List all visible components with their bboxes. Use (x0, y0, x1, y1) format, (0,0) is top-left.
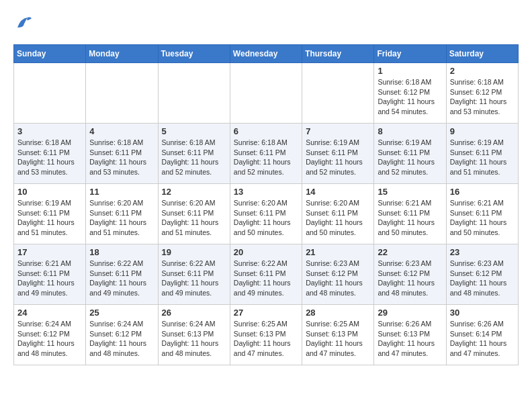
calendar-cell: 18Sunrise: 6:22 AM Sunset: 6:11 PM Dayli… (86, 244, 158, 305)
day-number: 15 (378, 187, 442, 197)
day-detail: Sunrise: 6:26 AM Sunset: 6:14 PM Dayligh… (450, 319, 515, 359)
day-number: 18 (89, 247, 154, 257)
day-number: 13 (234, 187, 298, 197)
calendar-cell: 11Sunrise: 6:20 AM Sunset: 6:11 PM Dayli… (86, 184, 158, 244)
day-detail: Sunrise: 6:23 AM Sunset: 6:12 PM Dayligh… (306, 259, 370, 298)
calendar-cell: 2Sunrise: 6:18 AM Sunset: 6:12 PM Daylig… (446, 63, 518, 124)
day-detail: Sunrise: 6:18 AM Sunset: 6:12 PM Dayligh… (450, 77, 515, 117)
weekday-header: Tuesday (158, 45, 230, 63)
day-number: 19 (162, 247, 226, 257)
calendar-cell: 6Sunrise: 6:18 AM Sunset: 6:11 PM Daylig… (230, 124, 302, 184)
calendar-week-row: 1Sunrise: 6:18 AM Sunset: 6:12 PM Daylig… (14, 63, 519, 124)
day-number: 11 (89, 187, 154, 197)
calendar-cell: 21Sunrise: 6:23 AM Sunset: 6:12 PM Dayli… (302, 244, 374, 305)
calendar-cell: 4Sunrise: 6:18 AM Sunset: 6:11 PM Daylig… (86, 124, 158, 184)
calendar-cell (158, 63, 230, 124)
calendar-cell: 16Sunrise: 6:21 AM Sunset: 6:11 PM Dayli… (446, 184, 518, 244)
day-number: 6 (234, 126, 298, 136)
day-number: 27 (234, 308, 298, 318)
calendar-cell: 5Sunrise: 6:18 AM Sunset: 6:11 PM Daylig… (158, 124, 230, 184)
day-detail: Sunrise: 6:21 AM Sunset: 6:11 PM Dayligh… (17, 259, 82, 298)
calendar-cell (86, 63, 158, 124)
weekday-header-row: SundayMondayTuesdayWednesdayThursdayFrid… (14, 45, 519, 63)
day-number: 4 (89, 126, 154, 136)
day-number: 17 (17, 247, 82, 257)
day-number: 25 (89, 308, 154, 318)
day-detail: Sunrise: 6:24 AM Sunset: 6:13 PM Dayligh… (162, 319, 226, 359)
day-number: 10 (17, 187, 82, 197)
calendar-week-row: 3Sunrise: 6:18 AM Sunset: 6:11 PM Daylig… (14, 124, 519, 184)
day-detail: Sunrise: 6:18 AM Sunset: 6:11 PM Dayligh… (89, 138, 154, 177)
day-detail: Sunrise: 6:24 AM Sunset: 6:12 PM Dayligh… (89, 319, 154, 359)
weekday-header: Friday (374, 45, 446, 63)
day-number: 1 (378, 66, 442, 76)
day-number: 29 (378, 308, 442, 318)
logo-icon (13, 13, 34, 34)
calendar-cell: 29Sunrise: 6:26 AM Sunset: 6:13 PM Dayli… (374, 305, 446, 365)
day-detail: Sunrise: 6:19 AM Sunset: 6:11 PM Dayligh… (17, 198, 82, 238)
day-number: 23 (450, 247, 515, 257)
calendar-cell: 26Sunrise: 6:24 AM Sunset: 6:13 PM Dayli… (158, 305, 230, 365)
calendar-cell: 7Sunrise: 6:19 AM Sunset: 6:11 PM Daylig… (302, 124, 374, 184)
calendar-cell: 8Sunrise: 6:19 AM Sunset: 6:11 PM Daylig… (374, 124, 446, 184)
day-number: 16 (450, 187, 515, 197)
day-detail: Sunrise: 6:23 AM Sunset: 6:12 PM Dayligh… (450, 259, 515, 298)
day-number: 2 (450, 66, 515, 76)
calendar-body: 1Sunrise: 6:18 AM Sunset: 6:12 PM Daylig… (14, 63, 519, 365)
calendar-week-row: 24Sunrise: 6:24 AM Sunset: 6:12 PM Dayli… (14, 305, 519, 365)
day-number: 30 (450, 308, 515, 318)
calendar-cell: 27Sunrise: 6:25 AM Sunset: 6:13 PM Dayli… (230, 305, 302, 365)
calendar-cell: 17Sunrise: 6:21 AM Sunset: 6:11 PM Dayli… (14, 244, 86, 305)
calendar-cell: 10Sunrise: 6:19 AM Sunset: 6:11 PM Dayli… (14, 184, 86, 244)
day-number: 21 (306, 247, 370, 257)
day-number: 22 (378, 247, 442, 257)
calendar-cell: 13Sunrise: 6:20 AM Sunset: 6:11 PM Dayli… (230, 184, 302, 244)
day-number: 7 (306, 126, 370, 136)
day-detail: Sunrise: 6:21 AM Sunset: 6:11 PM Dayligh… (378, 198, 442, 238)
calendar-header: SundayMondayTuesdayWednesdayThursdayFrid… (14, 45, 519, 63)
page-header (13, 13, 519, 34)
day-detail: Sunrise: 6:20 AM Sunset: 6:11 PM Dayligh… (162, 198, 226, 238)
day-detail: Sunrise: 6:18 AM Sunset: 6:11 PM Dayligh… (162, 138, 226, 177)
day-detail: Sunrise: 6:24 AM Sunset: 6:12 PM Dayligh… (17, 319, 82, 359)
calendar-cell: 20Sunrise: 6:22 AM Sunset: 6:11 PM Dayli… (230, 244, 302, 305)
weekday-header: Thursday (302, 45, 374, 63)
logo (13, 13, 36, 34)
calendar-cell: 9Sunrise: 6:19 AM Sunset: 6:11 PM Daylig… (446, 124, 518, 184)
calendar-cell: 28Sunrise: 6:25 AM Sunset: 6:13 PM Dayli… (302, 305, 374, 365)
calendar-cell: 19Sunrise: 6:22 AM Sunset: 6:11 PM Dayli… (158, 244, 230, 305)
day-number: 3 (17, 126, 82, 136)
calendar-cell: 14Sunrise: 6:20 AM Sunset: 6:11 PM Dayli… (302, 184, 374, 244)
calendar-cell: 15Sunrise: 6:21 AM Sunset: 6:11 PM Dayli… (374, 184, 446, 244)
day-detail: Sunrise: 6:25 AM Sunset: 6:13 PM Dayligh… (306, 319, 370, 359)
calendar-cell (302, 63, 374, 124)
weekday-header: Sunday (14, 45, 86, 63)
calendar-week-row: 10Sunrise: 6:19 AM Sunset: 6:11 PM Dayli… (14, 184, 519, 244)
day-number: 9 (450, 126, 515, 136)
calendar: SundayMondayTuesdayWednesdayThursdayFrid… (13, 44, 519, 365)
day-detail: Sunrise: 6:19 AM Sunset: 6:11 PM Dayligh… (378, 138, 442, 177)
calendar-cell: 30Sunrise: 6:26 AM Sunset: 6:14 PM Dayli… (446, 305, 518, 365)
day-number: 28 (306, 308, 370, 318)
day-number: 5 (162, 126, 226, 136)
weekday-header: Wednesday (230, 45, 302, 63)
day-number: 8 (378, 126, 442, 136)
day-number: 24 (17, 308, 82, 318)
day-detail: Sunrise: 6:21 AM Sunset: 6:11 PM Dayligh… (450, 198, 515, 238)
weekday-header: Monday (86, 45, 158, 63)
day-number: 14 (306, 187, 370, 197)
day-detail: Sunrise: 6:19 AM Sunset: 6:11 PM Dayligh… (306, 138, 370, 177)
calendar-week-row: 17Sunrise: 6:21 AM Sunset: 6:11 PM Dayli… (14, 244, 519, 305)
calendar-cell: 25Sunrise: 6:24 AM Sunset: 6:12 PM Dayli… (86, 305, 158, 365)
calendar-cell: 23Sunrise: 6:23 AM Sunset: 6:12 PM Dayli… (446, 244, 518, 305)
calendar-cell: 24Sunrise: 6:24 AM Sunset: 6:12 PM Dayli… (14, 305, 86, 365)
weekday-header: Saturday (446, 45, 518, 63)
day-detail: Sunrise: 6:20 AM Sunset: 6:11 PM Dayligh… (306, 198, 370, 238)
day-detail: Sunrise: 6:23 AM Sunset: 6:12 PM Dayligh… (378, 259, 442, 298)
day-detail: Sunrise: 6:22 AM Sunset: 6:11 PM Dayligh… (162, 259, 226, 298)
day-detail: Sunrise: 6:25 AM Sunset: 6:13 PM Dayligh… (234, 319, 298, 359)
day-number: 20 (234, 247, 298, 257)
day-number: 26 (162, 308, 226, 318)
day-detail: Sunrise: 6:19 AM Sunset: 6:11 PM Dayligh… (450, 138, 515, 177)
calendar-cell (14, 63, 86, 124)
